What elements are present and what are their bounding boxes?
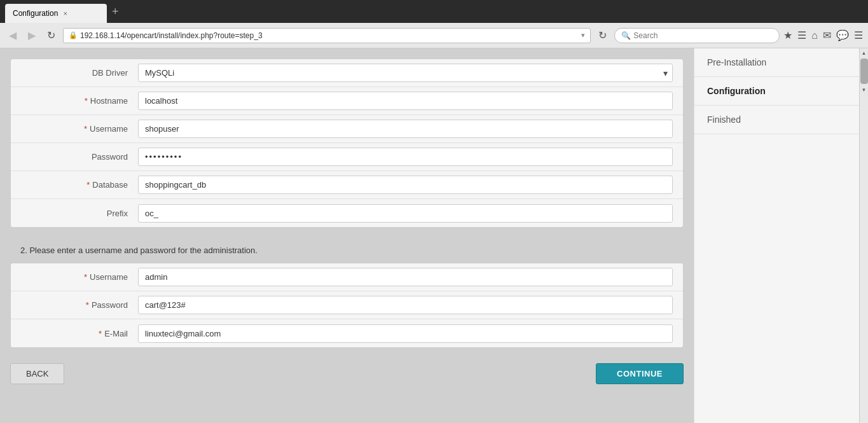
scrollbar-thumb[interactable] xyxy=(860,59,868,84)
bookmark-icon[interactable]: ★ xyxy=(783,29,792,41)
db-driver-wrapper[interactable]: MySQLi MySQL PostgreSQL SQLite xyxy=(138,64,673,82)
browser-chrome: Configuration × + xyxy=(0,0,868,23)
continue-button[interactable]: CONTINUE xyxy=(596,363,684,384)
database-input[interactable] xyxy=(138,176,673,194)
hostname-input[interactable] xyxy=(138,92,673,110)
main-layout: DB Driver MySQLi MySQL PostgreSQL SQLite… xyxy=(0,48,868,423)
reader-icon[interactable]: ☰ xyxy=(797,29,806,41)
search-input[interactable] xyxy=(633,31,773,40)
send-icon[interactable]: ✉ xyxy=(823,29,831,41)
admin-section-desc: 2. Please enter a username and password … xyxy=(10,238,684,263)
admin-username-input[interactable] xyxy=(138,268,673,286)
database-label: *Database xyxy=(11,175,138,195)
page-scrollbar[interactable]: ▲ ▼ xyxy=(859,48,868,423)
scroll-down-button[interactable]: ▼ xyxy=(860,85,869,94)
admin-username-row: *Username xyxy=(11,263,683,291)
refresh-button[interactable]: ↻ xyxy=(43,27,59,44)
forward-button[interactable]: ▶ xyxy=(24,27,39,44)
admin-password-input[interactable] xyxy=(138,296,673,314)
prefix-input[interactable] xyxy=(138,204,673,223)
tab-close-button[interactable]: × xyxy=(63,10,67,17)
db-driver-label: DB Driver xyxy=(11,63,138,83)
admin-email-row: *E-Mail xyxy=(11,319,683,347)
address-text: 192.168.1.14/opencart/install/index.php?… xyxy=(80,31,263,40)
db-username-input[interactable] xyxy=(138,120,673,138)
db-driver-row: DB Driver MySQLi MySQL PostgreSQL SQLite xyxy=(11,59,683,87)
db-password-label: Password xyxy=(11,147,138,167)
db-password-row: Password xyxy=(11,143,683,171)
search-bar[interactable]: 🔍 xyxy=(614,28,780,43)
db-driver-select[interactable]: MySQLi MySQL PostgreSQL SQLite xyxy=(138,64,673,82)
bottom-bar: BACK CONTINUE xyxy=(10,358,684,389)
address-bar[interactable]: 🔒 192.168.1.14/opencart/install/index.ph… xyxy=(63,28,591,43)
dropdown-arrow[interactable]: ▾ xyxy=(581,31,585,39)
browser-tab: Configuration × xyxy=(5,4,107,23)
back-button[interactable]: BACK xyxy=(10,363,64,384)
database-row: *Database xyxy=(11,171,683,199)
refresh-nav-button[interactable]: ↻ xyxy=(595,27,610,44)
sidebar-item-pre-installation[interactable]: Pre-Installation xyxy=(694,48,859,77)
db-config-section: DB Driver MySQLi MySQL PostgreSQL SQLite… xyxy=(10,59,684,228)
db-password-input[interactable] xyxy=(138,148,673,166)
back-button[interactable]: ◀ xyxy=(5,27,20,44)
nav-bar: ◀ ▶ ↻ 🔒 192.168.1.14/opencart/install/in… xyxy=(0,23,868,48)
admin-config-section: *Username *Password *E-Mail xyxy=(10,263,684,348)
prefix-row: Prefix xyxy=(11,199,683,227)
sidebar-item-configuration[interactable]: Configuration xyxy=(694,77,859,106)
menu-icon[interactable]: ☰ xyxy=(854,29,863,41)
chat-icon[interactable]: 💬 xyxy=(836,29,849,41)
db-username-label: *Username xyxy=(11,119,138,139)
scroll-up-button[interactable]: ▲ xyxy=(860,48,869,57)
search-icon: 🔍 xyxy=(621,31,631,40)
content-area: DB Driver MySQLi MySQL PostgreSQL SQLite… xyxy=(0,48,694,423)
admin-password-label: *Password xyxy=(11,295,138,315)
admin-username-label: *Username xyxy=(11,267,138,287)
new-tab-button[interactable]: + xyxy=(112,5,119,18)
nav-icons: ★ ☰ ⌂ ✉ 💬 ☰ xyxy=(783,29,863,41)
prefix-label: Prefix xyxy=(11,204,138,223)
lock-icon: 🔒 xyxy=(69,31,78,39)
sidebar: Pre-Installation Configuration Finished xyxy=(694,48,859,423)
hostname-row: *Hostname xyxy=(11,87,683,115)
sidebar-item-finished[interactable]: Finished xyxy=(694,106,859,134)
admin-email-input[interactable] xyxy=(138,324,673,343)
hostname-label: *Hostname xyxy=(11,91,138,111)
hostname-required: * xyxy=(85,96,88,106)
admin-password-row: *Password xyxy=(11,291,683,319)
tab-title: Configuration xyxy=(13,9,58,18)
admin-email-label: *E-Mail xyxy=(11,324,138,343)
home-icon[interactable]: ⌂ xyxy=(811,30,818,41)
db-username-row: *Username xyxy=(11,115,683,143)
